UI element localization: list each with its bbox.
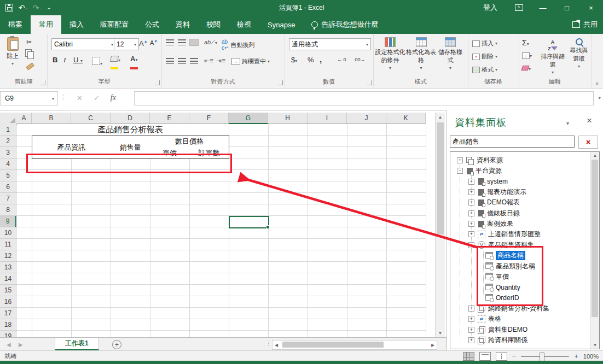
expand-icon[interactable]: + <box>468 316 474 322</box>
column-header-C[interactable]: C <box>71 113 111 124</box>
clear-button[interactable]: ▾ <box>522 64 531 72</box>
increase-indent-icon[interactable]: ⇥≡ <box>216 57 225 64</box>
tab-資料[interactable]: 資料 <box>167 15 198 34</box>
italic-button[interactable]: I <box>63 56 66 64</box>
tab-公式[interactable]: 公式 <box>137 15 167 34</box>
column-header-K[interactable]: K <box>386 113 426 124</box>
grow-font-button[interactable]: A▲ <box>139 39 148 48</box>
sheet-tab[interactable]: 工作表1 <box>55 338 99 351</box>
paste-button[interactable]: 貼上 ▾ <box>3 37 22 66</box>
tree-item-DEMO報表[interactable]: +DEMO報表 <box>450 197 520 208</box>
expand-icon[interactable]: + <box>468 189 474 195</box>
tree-item-跨資料庫關係[interactable]: +跨資料庫關係 <box>450 335 527 345</box>
tree-scrollbar[interactable]: ▲ ▼ <box>590 152 599 349</box>
format-painter-button[interactable] <box>26 62 34 70</box>
expand-icon[interactable]: + <box>468 327 474 333</box>
tree-item-資料集DEMO[interactable]: +資料集DEMO <box>450 325 527 335</box>
expand-icon[interactable]: + <box>468 221 474 227</box>
next-sheet-icon[interactable]: ▶ <box>19 338 23 351</box>
column-header-G[interactable]: G <box>229 113 268 124</box>
cancel-icon[interactable]: ✕ <box>77 94 83 102</box>
bold-button[interactable]: B <box>53 56 57 64</box>
underline-button[interactable]: U ▾ <box>73 56 83 64</box>
format-as-table-button[interactable]: 格式化為表格 ▾ <box>406 37 436 71</box>
tab-插入[interactable]: 插入 <box>61 15 92 34</box>
collapse-icon[interactable]: − <box>468 242 474 248</box>
font-name-combo[interactable]: Calibri▾ <box>51 38 116 50</box>
align-top-icon[interactable] <box>166 39 174 45</box>
find-select-button[interactable]: 尋找與選取 ▾ <box>568 38 590 69</box>
decrease-decimal-button[interactable]: .00→ <box>353 57 366 62</box>
insert-cells-button[interactable]: 插入▾ <box>472 39 497 48</box>
clear-search-button[interactable]: × <box>578 136 598 149</box>
row-header-14[interactable]: 14 <box>0 273 16 285</box>
row-header-5[interactable]: 5 <box>0 170 16 181</box>
cut-button[interactable]: ✂ <box>26 38 32 46</box>
orientation-button[interactable]: ab⟋▾ <box>204 39 217 46</box>
row-header-1[interactable]: 1 <box>0 124 16 136</box>
zoom-out-icon[interactable]: − <box>512 352 517 360</box>
wrap-text-button[interactable]: abc↵ 自動換列 <box>222 39 254 51</box>
decrease-indent-icon[interactable]: ⇤≡ <box>204 57 213 64</box>
tab-檔案[interactable]: 檔案 <box>0 15 31 34</box>
tree-item-表格[interactable]: +⇄表格 <box>450 314 501 324</box>
clipboard-dialog-launcher-icon[interactable] <box>40 80 45 85</box>
maximize-button[interactable]: □ <box>555 0 579 15</box>
format-cells-button[interactable]: 格式▾ <box>472 66 497 74</box>
column-header-D[interactable]: D <box>111 113 150 124</box>
copy-button[interactable]: ▾ <box>25 49 34 58</box>
fill-button[interactable]: ↓▾ <box>522 51 532 59</box>
expand-icon[interactable]: + <box>457 157 463 163</box>
column-header-I[interactable]: I <box>308 113 347 124</box>
row-header-7[interactable]: 7 <box>0 193 16 204</box>
prev-sheet-icon[interactable]: ◀ <box>7 338 11 351</box>
expand-icon[interactable]: + <box>468 337 474 343</box>
row-header-2[interactable]: 2 <box>0 136 16 147</box>
align-center-icon[interactable] <box>178 58 186 64</box>
row-header-13[interactable]: 13 <box>0 262 16 273</box>
borders-button[interactable]: ▾ <box>92 57 102 67</box>
share-button[interactable]: 共用 <box>572 15 598 34</box>
normal-view-icon[interactable] <box>463 352 474 361</box>
tree-item-儀錶板目錄[interactable]: +儀錶板目錄 <box>450 208 520 219</box>
tree-item-案例效果[interactable]: +案例效果 <box>450 219 513 229</box>
column-header-B[interactable]: B <box>32 113 71 124</box>
comma-button[interactable]: , <box>320 55 322 64</box>
column-header-F[interactable]: F <box>189 113 229 124</box>
cell-qty-price[interactable]: 數目價格 <box>150 136 229 148</box>
panel-close-icon[interactable]: × <box>587 116 592 125</box>
zoom-level[interactable]: 100% <box>583 353 599 360</box>
name-box[interactable]: G9 ▾ <box>0 91 58 105</box>
zoom-slider-thumb[interactable] <box>540 353 544 361</box>
number-format-combo[interactable]: 通用格式▾ <box>289 38 371 50</box>
zoom-in-icon[interactable]: + <box>574 352 578 360</box>
scroll-down-icon[interactable]: ▼ <box>436 328 445 337</box>
collapse-icon[interactable]: − <box>457 168 463 174</box>
delete-cells-button[interactable]: × 刪除▾ <box>472 52 497 61</box>
row-header-10[interactable]: 10 <box>0 227 16 239</box>
row-header-9[interactable]: 9 <box>0 216 16 227</box>
expand-icon[interactable]: + <box>468 199 474 206</box>
tab-Synapse[interactable]: Synapse <box>259 15 304 34</box>
row-header-16[interactable]: 16 <box>0 296 16 308</box>
row-header-19[interactable]: 19 <box>0 331 16 337</box>
new-sheet-icon[interactable]: + <box>112 340 121 349</box>
alignment-dialog-launcher-icon[interactable] <box>278 80 283 85</box>
active-cell-G9[interactable] <box>229 216 269 228</box>
shrink-font-button[interactable]: A▼ <box>150 39 158 46</box>
collapse-ribbon-icon[interactable]: ˄ <box>595 81 599 87</box>
merge-center-button[interactable]: ↔ 跨欄置中 ▾ <box>231 57 270 66</box>
expand-icon[interactable]: + <box>468 231 474 237</box>
tree-item-資料來源[interactable]: +資料來源 <box>450 155 503 166</box>
sign-in-button[interactable]: 登入 <box>474 0 507 15</box>
tab-常用[interactable]: 常用 <box>31 15 61 34</box>
hscroll-resize-handle[interactable]: ⋮ <box>266 340 271 347</box>
increase-decimal-button[interactable]: ←.0 <box>337 57 346 62</box>
row-header-17[interactable]: 17 <box>0 308 16 319</box>
sort-filter-button[interactable]: AZ 排序與篩選 ▾ <box>538 38 567 75</box>
column-header-J[interactable]: J <box>347 113 386 124</box>
horizontal-scroll-thumb[interactable] <box>282 342 384 348</box>
autosum-button[interactable]: Σ▾ <box>522 38 529 47</box>
font-dialog-launcher-icon[interactable] <box>155 80 160 85</box>
number-dialog-launcher-icon[interactable] <box>367 80 372 85</box>
